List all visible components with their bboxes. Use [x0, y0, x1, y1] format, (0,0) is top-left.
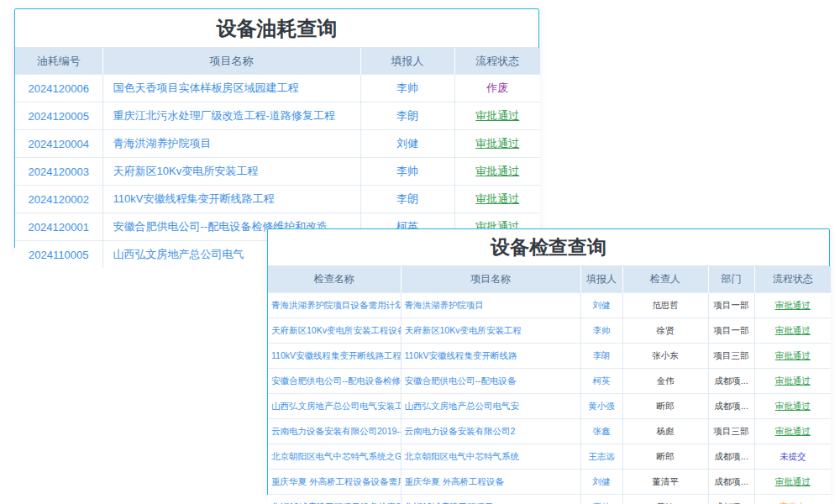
reporter-name[interactable]: 刘健: [580, 470, 622, 495]
project-name-link[interactable]: 华润12城房建工程项目: [401, 495, 580, 504]
project-name-link[interactable]: 安徽合肥供电公司--配电设备: [401, 369, 580, 394]
status-cell[interactable]: 审批通过: [754, 344, 831, 369]
project-name-link[interactable]: 国色天香项目实体样板房区域园建工程: [102, 75, 360, 102]
department-cell: 项目三部: [708, 419, 754, 444]
project-name-link[interactable]: 北京朝阳区电气中芯特气系统: [401, 444, 580, 470]
inspector-name: 董清平: [622, 470, 708, 495]
department-cell: 项目一部: [708, 318, 754, 344]
project-name-link[interactable]: 云南电力设备安装有限公司2: [401, 419, 580, 444]
reporter-name[interactable]: 刘健: [580, 293, 622, 318]
status-cell[interactable]: 审批通过: [754, 419, 831, 444]
table-row: 云南电力设备安装有限公司2019--云南电力设备安装有限公司2张鑫杨彪项目三部审…: [268, 419, 831, 444]
inspection-name-link[interactable]: 青海洪湖养护院项目设备需用计划: [268, 293, 401, 318]
status-cell[interactable]: 审批通过: [454, 158, 540, 186]
fuel-id-link[interactable]: 2024120001: [15, 213, 102, 241]
status-cell[interactable]: 审批通过: [754, 318, 831, 344]
inspection-query-panel: 设备检查查询 检查名称 项目名称 填报人 检查人 部门 流程状态 青海洪湖养护院…: [267, 228, 830, 496]
table-row: 2024120003天府新区10Kv变电所安装工程李帅审批通过: [15, 158, 540, 186]
department-cell: 成都项...: [708, 394, 754, 419]
inspection-name-link[interactable]: 110kV安徽线程集变开断线路工程设: [268, 344, 401, 369]
department-cell: 项目三部: [708, 344, 754, 369]
table-row: 安徽合肥供电公司--配电设备检修维安徽合肥供电公司--配电设备柯英金伟成都项..…: [268, 369, 831, 394]
project-name-link[interactable]: 天府新区10Kv变电所安装工程: [401, 318, 580, 344]
fuel-panel-title: 设备油耗查询: [15, 9, 538, 48]
status-cell[interactable]: 审批通过: [754, 394, 831, 419]
reporter-name[interactable]: 李帅: [360, 158, 454, 186]
status-cell[interactable]: 审批通过: [754, 293, 831, 318]
column-header-flow-status: 流程状态: [454, 48, 540, 75]
inspection-name-link[interactable]: 重庆华夏 外高桥工程设备设备需用: [268, 470, 401, 495]
page-background: { "colors": { "panel_border": "#2bb3e2",…: [0, 0, 840, 504]
table-row: 华润12城房建工程项目设备检查2华润12城房建工程项目李帅黄敏成都项...审批中: [268, 495, 831, 504]
column-header-inspection-name: 检查名称: [268, 266, 401, 293]
column-header-inspector: 检查人: [622, 266, 708, 293]
reporter-name[interactable]: 王志远: [580, 444, 622, 470]
department-cell: 成都项...: [708, 369, 754, 394]
table-row: 重庆华夏 外高桥工程设备设备需用重庆华夏 外高桥工程设备刘健董清平成都项...审…: [268, 470, 831, 495]
project-name-link[interactable]: 天府新区10Kv变电所安装工程: [102, 158, 360, 186]
inspector-name: 徐贤: [622, 318, 708, 344]
fuel-id-link[interactable]: 2024110005: [15, 241, 102, 269]
status-cell: 作废: [454, 75, 540, 102]
column-header-project-name: 项目名称: [401, 266, 580, 293]
project-name-link[interactable]: 青海洪湖养护院项目: [401, 293, 580, 318]
column-header-fuel-id: 油耗编号: [15, 48, 102, 75]
inspector-name: 张小东: [622, 344, 708, 369]
reporter-name[interactable]: 李朗: [360, 186, 454, 213]
reporter-name[interactable]: 黄小强: [580, 394, 622, 419]
reporter-name[interactable]: 李帅: [580, 495, 622, 504]
inspection-name-link[interactable]: 安徽合肥供电公司--配电设备检修维: [268, 369, 401, 394]
status-cell: 未提交: [754, 444, 831, 470]
status-cell[interactable]: 审批通过: [454, 102, 540, 130]
inspection-name-link[interactable]: 北京朝阳区电气中芯特气系统之GI: [268, 444, 401, 470]
column-header-reporter: 填报人: [360, 48, 454, 75]
inspection-table-header-row: 检查名称 项目名称 填报人 检查人 部门 流程状态: [268, 266, 831, 293]
status-cell: 审批中: [754, 495, 831, 504]
reporter-name[interactable]: 李帅: [360, 75, 454, 102]
inspector-name: 范思哲: [622, 293, 708, 318]
project-name-link[interactable]: 重庆华夏 外高桥工程设备: [401, 470, 580, 495]
inspection-name-link[interactable]: 云南电力设备安装有限公司2019--: [268, 419, 401, 444]
fuel-id-link[interactable]: 2024120002: [15, 186, 102, 213]
reporter-name[interactable]: 张鑫: [580, 419, 622, 444]
inspector-name: 断郎: [622, 444, 708, 470]
status-cell[interactable]: 审批通过: [754, 369, 831, 394]
project-name-link[interactable]: 110kV安徽线程集变开断线路工程: [102, 186, 360, 213]
fuel-id-link[interactable]: 2024120005: [15, 102, 102, 130]
table-row: 110kV安徽线程集变开断线路工程设110kV安徽线程集变开断线路李朗张小东项目…: [268, 344, 831, 369]
reporter-name[interactable]: 李朗: [360, 102, 454, 130]
status-cell[interactable]: 审批通过: [454, 130, 540, 158]
fuel-id-link[interactable]: 2024120004: [15, 130, 102, 158]
fuel-id-link[interactable]: 2024120003: [15, 158, 102, 186]
department-cell: 成都项...: [708, 495, 754, 504]
department-cell: 成都项...: [708, 470, 754, 495]
column-header-project-name: 项目名称: [102, 48, 360, 75]
department-cell: 项目一部: [708, 293, 754, 318]
table-row: 北京朝阳区电气中芯特气系统之GI北京朝阳区电气中芯特气系统王志远断郎成都项...…: [268, 444, 831, 470]
column-header-reporter: 填报人: [580, 266, 622, 293]
table-row: 2024120002110kV安徽线程集变开断线路工程李朗审批通过: [15, 186, 540, 213]
column-header-flow-status: 流程状态: [754, 266, 831, 293]
reporter-name[interactable]: 柯英: [580, 369, 622, 394]
inspection-name-link[interactable]: 华润12城房建工程项目设备检查2: [268, 495, 401, 504]
reporter-name[interactable]: 李帅: [580, 318, 622, 344]
status-cell[interactable]: 审批通过: [454, 186, 540, 213]
reporter-name[interactable]: 李朗: [580, 344, 622, 369]
fuel-query-panel: 设备油耗查询 油耗编号 项目名称 填报人 流程状态 2024120006国色天香…: [14, 8, 539, 249]
project-name-link[interactable]: 青海洪湖养护院项目: [102, 130, 360, 158]
status-cell[interactable]: 审批通过: [754, 470, 831, 495]
inspector-name: 金伟: [622, 369, 708, 394]
table-row: 2024120004青海洪湖养护院项目刘健审批通过: [15, 130, 540, 158]
project-name-link[interactable]: 重庆江北污水处理厂级改造工程-道路修复工程: [102, 102, 360, 130]
table-row: 山西弘文房地产总公司电气安装工山西弘文房地产总公司电气安黄小强断郎成都项...审…: [268, 394, 831, 419]
inspector-name: 杨彪: [622, 419, 708, 444]
inspection-query-table: 检查名称 项目名称 填报人 检查人 部门 流程状态 青海洪湖养护院项目设备需用计…: [268, 266, 831, 504]
reporter-name[interactable]: 刘健: [360, 130, 454, 158]
fuel-id-link[interactable]: 2024120006: [15, 75, 102, 102]
project-name-link[interactable]: 110kV安徽线程集变开断线路: [401, 344, 580, 369]
table-row: 2024120006国色天香项目实体样板房区域园建工程李帅作废: [15, 75, 540, 102]
inspection-name-link[interactable]: 天府新区10Kv变电所安装工程设备: [268, 318, 401, 344]
project-name-link[interactable]: 山西弘文房地产总公司电气安: [401, 394, 580, 419]
inspection-name-link[interactable]: 山西弘文房地产总公司电气安装工: [268, 394, 401, 419]
column-header-department: 部门: [708, 266, 754, 293]
